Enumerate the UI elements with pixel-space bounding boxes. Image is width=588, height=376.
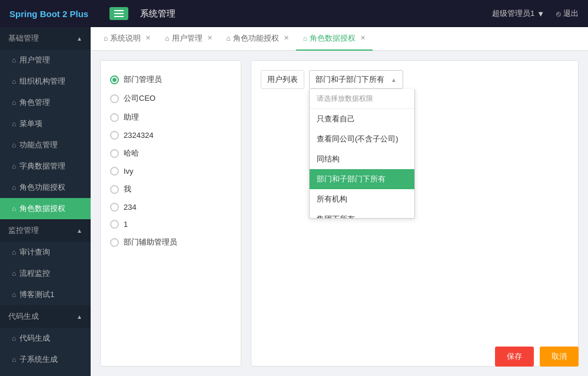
home-icon: ⌂ xyxy=(12,205,16,213)
radio-me[interactable]: 我 xyxy=(110,180,231,199)
radio-indicator xyxy=(110,203,119,212)
dropdown-option-all-org[interactable]: 所有机构 xyxy=(310,189,414,209)
home-icon: ⌂ xyxy=(12,77,16,85)
chevron-up-icon: ▲ xyxy=(77,227,82,234)
logout-button[interactable]: ⎋ 退出 xyxy=(556,8,579,19)
home-icon: ⌂ xyxy=(12,98,16,107)
sidebar-group-codegen-label: 代码生成 xyxy=(8,311,39,322)
radio-ceo[interactable]: 公司CEO xyxy=(110,89,231,108)
chevron-up-icon: ▲ xyxy=(391,77,397,83)
dropdown-option-self[interactable]: 只查看自己 xyxy=(310,109,414,129)
sidebar-item-test[interactable]: ⌂ 博客测试1 xyxy=(0,284,91,305)
sidebar-group-monitor-label: 监控管理 xyxy=(8,225,39,236)
radio-indicator xyxy=(110,149,119,158)
app-logo: Spring Boot 2 Plus xyxy=(9,9,100,19)
sidebar-item-label: 子系统生成 xyxy=(19,354,58,365)
sidebar-item-label: 流程监控 xyxy=(19,268,50,279)
radio-indicator xyxy=(110,131,119,140)
radio-1[interactable]: 1 xyxy=(110,216,231,233)
header: Spring Boot 2 Plus 系统管理 超级管理员1 ▼ ⎋ 退出 xyxy=(0,0,588,27)
radio-dept-admin[interactable]: 部门管理员 xyxy=(110,70,231,89)
radio-label: Ivy xyxy=(124,167,134,176)
data-permission-dropdown[interactable]: 部门和子部门下所有 ▲ 请选择放数据权限 只查看自己 查看同公司(不含子公司) … xyxy=(309,70,403,89)
data-permission-panel: 用户列表 部门和子部门下所有 ▲ 请选择放数据权限 只查看自己 查看同公司(不含… xyxy=(251,60,579,367)
sidebar-item-role-mgmt[interactable]: ⌂ 角色管理 xyxy=(0,92,91,113)
dropdown-trigger-button[interactable]: 部门和子部门下所有 ▲ xyxy=(309,70,403,89)
sidebar-item-flow[interactable]: ⌂ 流程监控 xyxy=(0,263,91,284)
sidebar-item-menu-mgmt[interactable]: ⌂ 菜单项 xyxy=(0,113,91,134)
tab-label: 角色数据授权 xyxy=(310,33,356,44)
menu-toggle-button[interactable] xyxy=(109,7,128,20)
tab-label: 系统说明 xyxy=(110,33,141,44)
dropdown-selected-value: 部门和子部门下所有 xyxy=(315,74,384,85)
sidebar-group-codegen[interactable]: 代码生成 ▲ xyxy=(0,305,91,328)
radio-label: 我 xyxy=(124,184,131,194)
dropdown-option-company[interactable]: 查看同公司(不含子公司) xyxy=(310,129,414,149)
radio-label: 公司CEO xyxy=(124,93,155,104)
tab-sys-intro[interactable]: ⌂ 系统说明 ✕ xyxy=(97,27,158,51)
sidebar-group-basic-label: 基础管理 xyxy=(8,33,39,44)
save-button[interactable]: 保存 xyxy=(495,347,534,367)
user-label: 超级管理员1 xyxy=(492,8,534,19)
sidebar-item-role-func[interactable]: ⌂ 角色功能授权 xyxy=(0,177,91,198)
home-icon: ⌂ xyxy=(12,183,16,192)
home-icon: ⌂ xyxy=(12,291,16,299)
sidebar-item-user-mgmt[interactable]: ⌂ 用户管理 xyxy=(0,50,91,71)
radio-indicator xyxy=(110,75,119,84)
chevron-down-icon: ▼ xyxy=(537,9,544,18)
radio-234[interactable]: 234 xyxy=(110,199,231,216)
dropdown-option-dept-all[interactable]: 部门和子部门下所有 xyxy=(310,169,414,189)
header-right: 超级管理员1 ▼ ⎋ 退出 xyxy=(492,8,579,19)
radio-indicator xyxy=(110,94,119,103)
tab-role-func[interactable]: ⌂ 角色功能授权 ✕ xyxy=(220,27,296,51)
sidebar-item-label: 用户管理 xyxy=(19,55,50,65)
radio-indicator xyxy=(110,220,119,229)
radio-dept-assist[interactable]: 部门辅助管理员 xyxy=(110,233,231,252)
sidebar: 基础管理 ▲ ⌂ 用户管理 ⌂ 组织机构管理 ⌂ 角色管理 ⌂ 菜单项 ⌂ 功能… xyxy=(0,27,91,376)
radio-label: 哈哈 xyxy=(124,148,139,159)
content-area: 部门管理员 公司CEO 助理 2324324 哈哈 xyxy=(91,51,588,376)
user-menu-button[interactable]: 超级管理员1 ▼ xyxy=(492,8,544,19)
home-icon: ⌂ xyxy=(165,34,169,42)
sidebar-item-role-data[interactable]: ⌂ 角色数据授权 xyxy=(0,198,91,219)
dropdown-placeholder: 请选择放数据权限 xyxy=(310,89,414,109)
sidebar-group-basic[interactable]: 基础管理 ▲ xyxy=(0,27,91,50)
sidebar-item-dict-mgmt[interactable]: ⌂ 字典数据管理 xyxy=(0,156,91,177)
radio-haha[interactable]: 哈哈 xyxy=(110,144,231,163)
cancel-button[interactable]: 取消 xyxy=(540,347,579,367)
tab-user-mgmt[interactable]: ⌂ 用户管理 ✕ xyxy=(158,27,219,51)
home-icon: ⌂ xyxy=(227,34,231,42)
radio-label: 助理 xyxy=(124,112,139,123)
tab-close-icon[interactable]: ✕ xyxy=(360,34,366,42)
tab-role-data[interactable]: ⌂ 角色数据授权 ✕ xyxy=(296,27,373,51)
dropdown-option-same-struct[interactable]: 同结构 xyxy=(310,149,414,169)
user-list-label: 用户列表 xyxy=(261,70,304,89)
sidebar-item-label: 菜单项 xyxy=(19,118,42,129)
sidebar-item-code-gen[interactable]: ⌂ 代码生成 xyxy=(0,328,91,349)
tab-label: 角色功能授权 xyxy=(233,33,279,44)
tab-close-icon[interactable]: ✕ xyxy=(284,34,289,42)
sidebar-group-monitor[interactable]: 监控管理 ▲ xyxy=(0,219,91,242)
radio-label: 1 xyxy=(124,220,128,229)
sidebar-item-label: 审计查询 xyxy=(19,247,50,258)
tab-close-icon[interactable]: ✕ xyxy=(207,34,212,42)
radio-label: 部门管理员 xyxy=(124,74,162,85)
sidebar-item-org-mgmt[interactable]: ⌂ 组织机构管理 xyxy=(0,71,91,92)
home-icon: ⌂ xyxy=(12,141,16,149)
radio-2324324[interactable]: 2324324 xyxy=(110,127,231,144)
dropdown-option-group-all[interactable]: 集团下所有 xyxy=(310,209,414,219)
sidebar-item-sub-gen[interactable]: ⌂ 子系统生成 xyxy=(0,349,91,370)
sidebar-item-label: 角色管理 xyxy=(19,97,50,108)
tab-close-icon[interactable]: ✕ xyxy=(145,34,151,42)
radio-ivy[interactable]: Ivy xyxy=(110,163,231,180)
radio-assistant[interactable]: 助理 xyxy=(110,108,231,127)
role-list-panel: 部门管理员 公司CEO 助理 2324324 哈哈 xyxy=(100,60,241,367)
tab-label: 用户管理 xyxy=(172,33,202,44)
sidebar-item-func-mgmt[interactable]: ⌂ 功能点管理 xyxy=(0,134,91,156)
footer-actions: 保存 取消 xyxy=(495,347,579,367)
radio-indicator xyxy=(110,238,119,247)
dropdown-menu: 请选择放数据权限 只查看自己 查看同公司(不含子公司) 同结构 部门和子部门下所… xyxy=(309,89,415,219)
chevron-up-icon: ▲ xyxy=(77,314,82,320)
sidebar-item-audit[interactable]: ⌂ 审计查询 xyxy=(0,242,91,263)
home-icon: ⌂ xyxy=(12,56,16,64)
